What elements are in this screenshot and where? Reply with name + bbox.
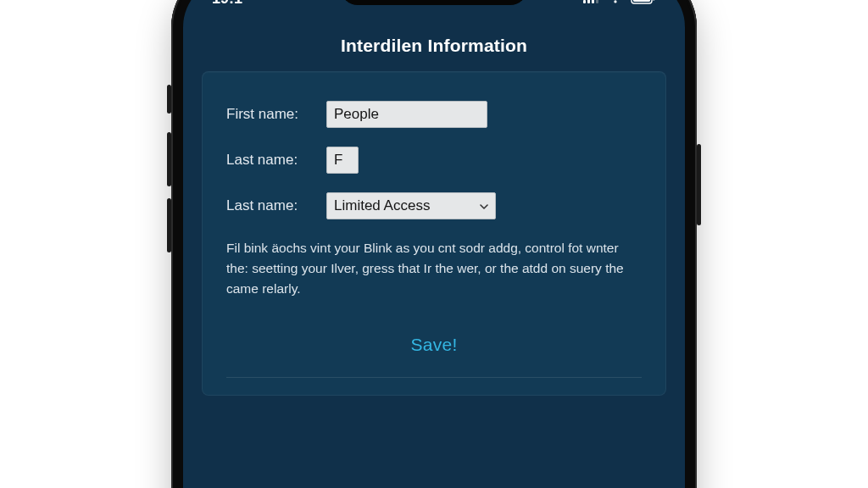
last-name-label: Last name:: [226, 152, 321, 169]
access-select-value: Limited Access: [334, 197, 430, 214]
notch: [341, 0, 527, 5]
side-button-volume-up: [167, 132, 171, 186]
form-card: First name: Last name: Last name: Limite…: [202, 71, 666, 396]
side-button-volume-down: [167, 198, 171, 252]
first-name-label: First name:: [226, 106, 321, 123]
side-button-power: [697, 144, 701, 225]
status-indicators: [583, 0, 656, 4]
divider: [226, 377, 642, 378]
first-name-input[interactable]: [326, 101, 487, 128]
svg-rect-1: [587, 0, 590, 3]
status-time: 19:1: [212, 0, 242, 8]
svg-rect-0: [583, 0, 586, 3]
svg-rect-2: [592, 0, 594, 3]
screen: 19:1: [183, 0, 685, 488]
page-title: Interdilen Information: [202, 36, 666, 56]
access-label: Last name:: [226, 197, 321, 214]
chevron-down-icon: [480, 197, 488, 214]
cellular-icon: [583, 0, 600, 4]
wifi-icon: [607, 0, 624, 4]
svg-rect-3: [596, 0, 598, 3]
last-name-input[interactable]: [326, 147, 359, 174]
svg-rect-6: [653, 0, 655, 1]
side-button-silence: [167, 85, 171, 114]
battery-icon: [631, 0, 656, 4]
access-select[interactable]: Limited Access: [326, 192, 496, 219]
phone-frame: 19:1: [171, 0, 697, 488]
content: Interdilen Information First name: Last …: [183, 24, 685, 488]
save-row: Save!: [226, 335, 642, 355]
svg-rect-5: [633, 0, 650, 2]
save-button[interactable]: Save!: [410, 335, 457, 355]
row-access: Last name: Limited Access: [226, 192, 642, 219]
row-first-name: First name:: [226, 101, 642, 128]
form-description: Fil bink äochs vint your Blink as you cn…: [226, 238, 642, 299]
row-last-name: Last name:: [226, 147, 642, 174]
